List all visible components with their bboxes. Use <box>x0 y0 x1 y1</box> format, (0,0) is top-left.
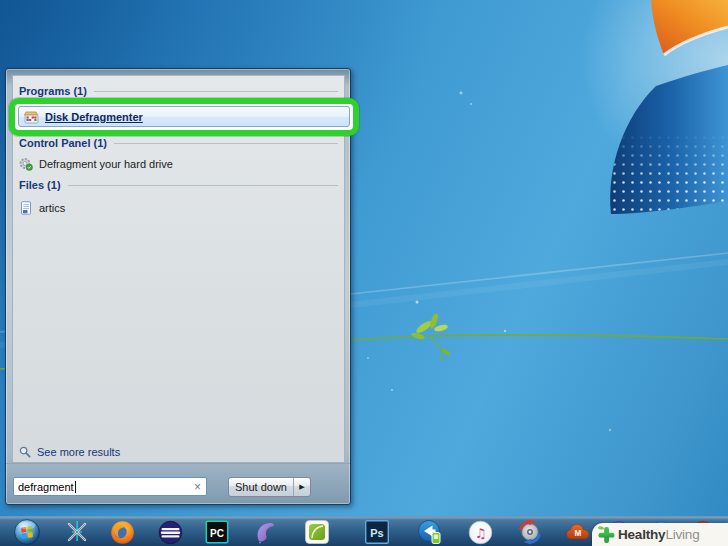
taskbar-item-green-office[interactable] <box>304 519 330 545</box>
section-header-files: Files (1) <box>19 179 338 191</box>
shutdown-split-button: Shut down ▶ <box>228 477 311 497</box>
svg-text:♫: ♫ <box>474 525 486 540</box>
photoshop-icon: Ps <box>365 520 389 544</box>
svg-text:Ps: Ps <box>370 527 383 539</box>
result-item-artics[interactable]: artics <box>19 199 65 217</box>
taskbar-item-purple-dolphin[interactable] <box>252 519 278 545</box>
watermark-brand-light: Living <box>665 527 699 542</box>
taskbar-item-firefox[interactable] <box>109 519 135 545</box>
purple-dolphin-icon <box>253 520 278 545</box>
text-caret <box>75 481 76 493</box>
svg-text:PC: PC <box>210 528 224 539</box>
green-office-icon <box>305 520 329 544</box>
result-item-defragment-drive[interactable]: Defragment your hard drive <box>19 155 173 173</box>
shutdown-button[interactable]: Shut down <box>229 478 293 496</box>
crossed-tools-icon <box>64 519 90 545</box>
section-header-programs: Programs (1) <box>19 85 338 97</box>
search-input-value: defragment <box>18 481 74 493</box>
taskbar-item-video-converter[interactable] <box>417 519 443 545</box>
eclipse-icon <box>158 520 183 545</box>
disc-ripper-icon <box>517 519 543 545</box>
control-panel-gear-icon <box>19 157 33 171</box>
video-converter-icon <box>417 519 443 545</box>
watermark-brand-bold: Healthy <box>618 527 665 542</box>
result-label: Disk Defragmenter <box>45 111 143 123</box>
itunes-icon: ♫ <box>468 520 493 545</box>
search-icon <box>19 446 31 458</box>
taskbar-item-itunes[interactable]: ♫ <box>467 519 493 545</box>
section-header-control-panel: Control Panel (1) <box>19 137 338 149</box>
taskbar-item-cloud-m[interactable]: M <box>565 519 591 545</box>
windows-start-orb-icon <box>14 519 40 545</box>
svg-text:M: M <box>574 529 581 538</box>
start-button[interactable] <box>14 519 40 545</box>
start-menu-panel: Programs (1) Disk Defragmenter Control P… <box>5 68 351 505</box>
document-icon <box>19 201 33 215</box>
taskbar-item-eclipse[interactable] <box>157 519 183 545</box>
search-results-list: Programs (1) Disk Defragmenter Control P… <box>12 75 345 463</box>
taskbar-item-pycharm[interactable]: PC <box>204 519 230 545</box>
healthy-living-logo-icon <box>597 525 616 544</box>
healthy-living-watermark: HealthyLiving <box>592 523 728 546</box>
taskbar-item-disc-ripper[interactable] <box>517 519 543 545</box>
result-item-disk-defragmenter[interactable]: Disk Defragmenter <box>18 106 350 127</box>
taskbar-item-crossed-tools[interactable] <box>64 519 90 545</box>
pycharm-icon: PC <box>205 520 229 544</box>
desktop: Programs (1) Disk Defragmenter Control P… <box>0 0 728 546</box>
taskbar-item-photoshop[interactable]: Ps <box>364 519 390 545</box>
cloud-m-icon: M <box>566 523 590 541</box>
footer-divider <box>6 463 350 464</box>
disk-defragmenter-icon <box>24 110 39 124</box>
see-more-results-link[interactable]: See more results <box>19 446 120 458</box>
highlight-annotation-box: Disk Defragmenter <box>9 98 359 136</box>
search-input[interactable]: defragment × <box>13 477 207 496</box>
shutdown-options-arrow-icon[interactable]: ▶ <box>293 478 310 496</box>
firefox-icon <box>110 520 135 545</box>
clear-search-icon[interactable]: × <box>193 481 202 493</box>
